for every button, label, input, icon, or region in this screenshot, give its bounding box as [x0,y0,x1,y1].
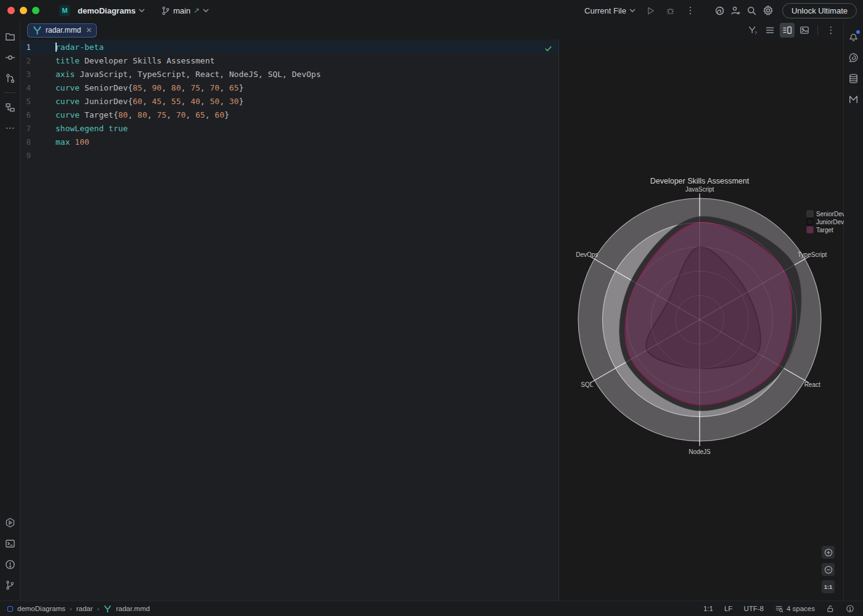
svg-text:React: React [804,381,820,388]
tab-radar-mmd[interactable]: radar.mmd ✕ [27,23,97,38]
indent-label: 4 spaces [787,605,815,612]
code-line[interactable]: 8max 100 [20,136,558,149]
add-user-icon[interactable] [728,2,744,18]
toolbar-separator [817,25,818,35]
run-button[interactable] [643,2,659,18]
file-lock-icon[interactable] [826,604,835,613]
title-bar: M demoDiagrams main ↗ Current File [0,0,863,21]
code-line[interactable]: 2title Developer Skills Assessment [20,54,558,68]
encoding-widget[interactable]: UTF-8 [743,605,764,612]
more-toolwindows-icon[interactable]: ⋯ [2,120,18,136]
database-icon[interactable] [846,70,862,86]
git-branch-icon [161,6,170,15]
search-everywhere-icon[interactable] [744,2,760,18]
editor-tab-bar: radar.mmd ✕ ? [20,21,843,39]
code-line[interactable]: 6curve Target{80, 80, 75, 70, 65, 60} [20,108,558,122]
notification-badge [856,30,860,34]
code-editor[interactable]: 1radar-beta2title Developer Skills Asses… [20,39,558,601]
chevron-down-icon [629,9,636,12]
svg-text:TypeScript: TypeScript [798,251,827,258]
minimize-window-button[interactable] [20,7,27,14]
preview-only-view-icon[interactable] [797,23,812,38]
mermaid-icon [33,26,42,35]
version-control-icon[interactable] [2,577,18,593]
chevron-down-icon [139,9,145,12]
breadcrumb-separator: › [70,605,72,612]
code-line[interactable]: 4curve SeniorDev{85, 90, 80, 75, 70, 65} [20,81,558,95]
indent-icon [775,604,783,613]
diagram-preview-panel: Developer Skills AssessmentJavaScriptTyp… [558,39,843,601]
indent-widget[interactable]: 4 spaces [775,604,815,613]
line-separator-widget[interactable]: LF [724,605,732,612]
editor-lines: 1radar-beta2title Developer Skills Asses… [20,41,558,163]
zoom-out-button[interactable] [822,563,835,576]
radar-chart: Developer Skills AssessmentJavaScriptTyp… [559,39,844,601]
breadcrumb-project[interactable]: demoDiagrams [17,605,65,612]
editor-more-options-icon[interactable]: ⋮ [824,23,838,38]
more-actions-menu[interactable]: ⋮ [682,2,698,18]
stripe-divider [4,92,16,93]
branch-widget[interactable]: main ↗ [157,4,213,17]
ai-assistant-icon[interactable] [712,2,728,18]
svg-text:NodeJS: NodeJS [689,448,711,455]
run-configuration-label: Current File [584,6,626,15]
ide-window: M demoDiagrams main ↗ Current File [0,0,863,616]
close-tab-icon[interactable]: ✕ [86,26,92,34]
code-line[interactable]: 1radar-beta [20,41,558,54]
settings-gear-icon[interactable] [760,2,776,18]
pull-requests-icon[interactable] [2,70,18,86]
inspections-ok-icon[interactable] [544,44,553,53]
code-line[interactable]: 3axis JavaScript, TypeScript, React, Nod… [20,68,558,81]
unlock-ultimate-button[interactable]: Unlock Ultimate [782,3,857,18]
commit-icon[interactable] [2,49,18,65]
project-breadcrumb-icon[interactable] [7,606,13,612]
zoom-window-button[interactable] [32,7,39,14]
code-line[interactable]: 5curve JuniorDev{60, 45, 55, 40, 50, 30} [20,95,558,108]
problems-icon[interactable] [2,556,18,572]
zoom-in-button[interactable] [822,546,835,559]
status-bar: demoDiagrams › radar › radar.mmd 1:1 LF … [0,601,863,616]
debug-button[interactable] [663,2,679,18]
project-icon: M [59,5,70,16]
breadcrumb: demoDiagrams › radar › radar.mmd [7,605,150,613]
notifications-bell-icon[interactable] [846,28,862,44]
project-folder-icon[interactable] [2,28,18,44]
close-window-button[interactable] [7,7,15,14]
svg-text:JuniorDev: JuniorDev [816,219,844,225]
breadcrumb-separator: › [97,605,100,612]
branch-name: main [173,6,190,15]
svg-text:JavaScript: JavaScript [685,186,714,193]
breadcrumb-folder[interactable]: radar [76,605,93,612]
svg-text:SeniorDev: SeniorDev [816,211,844,217]
svg-text:DevOps: DevOps [576,251,598,258]
traffic-lights [7,7,39,14]
caret-position-widget[interactable]: 1:1 [703,605,713,612]
project-name: demoDiagrams [78,6,136,15]
mermaid-icon [104,605,112,613]
inspections-widget-icon[interactable] [846,604,854,613]
editor-only-view-icon[interactable] [763,23,777,38]
run-configuration-selector[interactable]: Current File [581,4,639,17]
actual-size-button[interactable]: 1:1 [822,580,835,593]
split-editor-preview-icon[interactable] [780,23,795,38]
ai-chat-icon[interactable] [846,49,862,65]
structure-icon[interactable] [2,99,18,115]
right-toolwindow-stripe [843,21,863,601]
svg-text:SQL: SQL [581,381,593,388]
services-icon[interactable] [2,514,18,530]
push-arrow-icon: ↗ [194,7,200,14]
svg-text:Target: Target [816,227,833,233]
project-widget[interactable]: M demoDiagrams [55,3,149,18]
code-line[interactable]: 7showLegend true [20,122,558,136]
breadcrumb-file[interactable]: radar.mmd [116,605,150,612]
mermaid-syntax-help-icon[interactable]: ? [745,23,760,38]
svg-text:Developer Skills Assessment: Developer Skills Assessment [650,177,750,185]
left-toolwindow-stripe: ⋯ [0,21,20,601]
chevron-down-icon [203,9,209,12]
svg-text:?: ? [754,30,756,35]
markdown-preview-icon[interactable] [846,91,862,107]
code-line[interactable]: 9 [20,149,558,163]
tab-label: radar.mmd [46,26,81,34]
terminal-icon[interactable] [2,535,18,551]
